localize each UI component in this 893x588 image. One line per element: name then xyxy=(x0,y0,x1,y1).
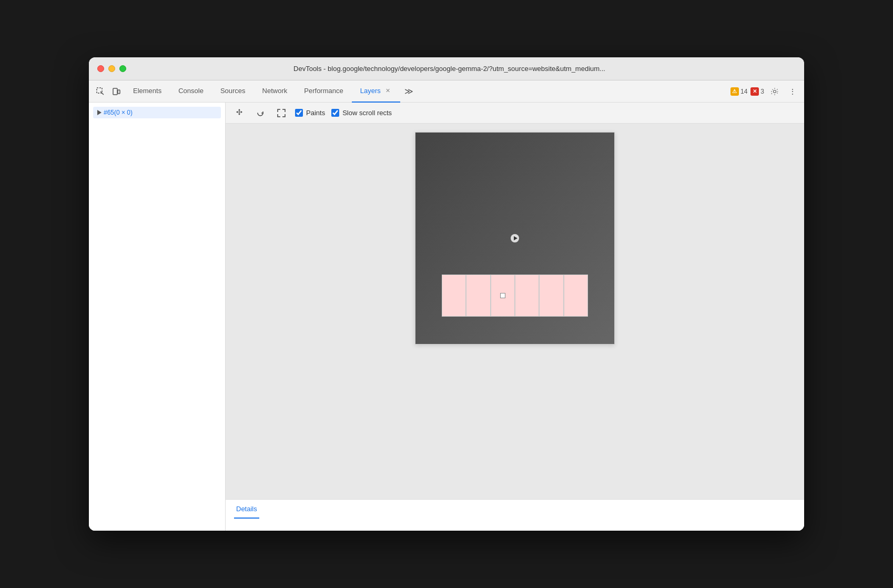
tab-layers[interactable]: Layers ✕ xyxy=(352,80,400,103)
rotate-tool-button[interactable] xyxy=(253,106,268,120)
tab-network[interactable]: Network xyxy=(254,80,296,103)
main-panel: Paints Slow scroll rects Google The Ke xyxy=(226,103,804,531)
error-icon: ✕ xyxy=(750,87,759,96)
move-tool-button[interactable] xyxy=(232,106,247,120)
errors-badge[interactable]: ✕ 3 xyxy=(750,87,764,96)
toolbar-right: ⚠ 14 ✕ 3 ⋮ xyxy=(730,84,800,99)
svg-rect-1 xyxy=(113,88,117,95)
tab-performance[interactable]: Performance xyxy=(296,80,351,103)
settings-button[interactable] xyxy=(767,84,782,99)
tab-elements[interactable]: Elements xyxy=(125,80,170,103)
more-options-button[interactable]: ⋮ xyxy=(785,84,800,99)
pink-tile-6 xyxy=(564,275,588,317)
tab-sources[interactable]: Sources xyxy=(212,80,254,103)
preview-video xyxy=(415,171,614,208)
tab-more-button[interactable]: ≫ xyxy=(400,80,418,103)
devtools-toolbar: Elements Console Sources Network Perform… xyxy=(89,80,804,103)
devtools-window: DevTools - blog.google/technology/develo… xyxy=(89,57,804,531)
fit-tool-button[interactable] xyxy=(274,106,289,120)
pink-tile-3-center xyxy=(491,275,515,317)
layers-sidebar: #65(0 × 0) xyxy=(89,103,226,531)
devtools-body: #65(0 × 0) xyxy=(89,103,804,531)
inspect-element-button[interactable] xyxy=(93,84,108,99)
layers-canvas[interactable]: Google The Keyword Latest stories Produc… xyxy=(226,124,804,499)
play-icon xyxy=(514,236,517,240)
device-toggle-button[interactable] xyxy=(109,84,124,99)
tab-console[interactable]: Console xyxy=(170,80,212,103)
details-tab[interactable]: Details xyxy=(234,500,259,519)
pink-tile-4 xyxy=(515,275,539,317)
details-panel: Details xyxy=(226,499,804,531)
slow-scroll-checkbox-label[interactable]: Slow scroll rects xyxy=(331,109,392,117)
webpage-preview: Google The Keyword Latest stories Produc… xyxy=(415,132,615,344)
devtools-panel: Elements Console Sources Network Perform… xyxy=(89,80,804,531)
pink-tile-1 xyxy=(442,275,466,317)
play-button[interactable] xyxy=(511,234,519,242)
tile-icon xyxy=(500,293,505,298)
slow-scroll-checkbox[interactable] xyxy=(331,109,339,117)
warning-icon: ⚠ xyxy=(730,87,739,96)
paints-checkbox[interactable] xyxy=(295,109,303,117)
window-title: DevTools - blog.google/technology/develo… xyxy=(103,65,796,73)
layers-toolbar: Paints Slow scroll rects xyxy=(226,103,804,124)
expand-icon xyxy=(97,110,102,115)
pink-tile-5 xyxy=(539,275,563,317)
paints-checkbox-label[interactable]: Paints xyxy=(295,109,325,117)
pink-tiles-row xyxy=(415,274,614,317)
warnings-badge[interactable]: ⚠ 14 xyxy=(730,87,747,96)
sidebar-item-layer[interactable]: #65(0 × 0) xyxy=(93,107,221,118)
pink-tile-2 xyxy=(466,275,490,317)
titlebar: DevTools - blog.google/technology/develo… xyxy=(89,57,804,80)
tab-layers-close[interactable]: ✕ xyxy=(384,87,392,95)
svg-rect-2 xyxy=(118,90,120,94)
tab-bar: Elements Console Sources Network Perform… xyxy=(125,80,729,103)
